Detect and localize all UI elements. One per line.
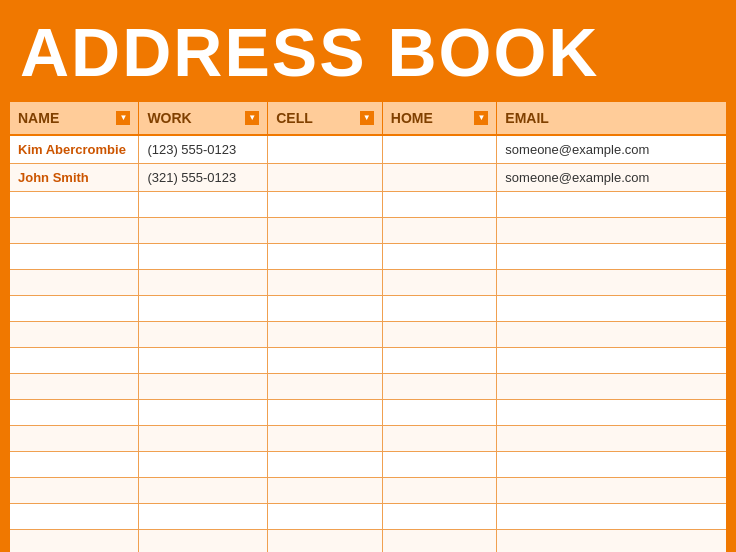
cell-home[interactable]: [382, 218, 497, 244]
cell-email[interactable]: [497, 218, 726, 244]
cell-cell[interactable]: [268, 504, 383, 530]
cell-work[interactable]: [139, 374, 268, 400]
cell-work[interactable]: [139, 322, 268, 348]
cell-email[interactable]: [497, 244, 726, 270]
cell-name[interactable]: [10, 478, 139, 504]
cell-work[interactable]: [139, 244, 268, 270]
cell-email[interactable]: [497, 400, 726, 426]
col-header-home[interactable]: HOME ▼: [382, 102, 497, 135]
cell-cell[interactable]: [268, 374, 383, 400]
table-row[interactable]: [10, 322, 726, 348]
table-row[interactable]: [10, 374, 726, 400]
cell-cell[interactable]: [268, 218, 383, 244]
cell-email[interactable]: [497, 322, 726, 348]
table-row[interactable]: [10, 400, 726, 426]
cell-work[interactable]: [139, 478, 268, 504]
table-row[interactable]: [10, 478, 726, 504]
cell-home[interactable]: [382, 374, 497, 400]
cell-name[interactable]: [10, 348, 139, 374]
cell-name[interactable]: [10, 322, 139, 348]
cell-name[interactable]: [10, 374, 139, 400]
cell-home[interactable]: [382, 322, 497, 348]
cell-cell[interactable]: [268, 452, 383, 478]
cell-work[interactable]: (321) 555-0123: [139, 164, 268, 192]
cell-work[interactable]: [139, 270, 268, 296]
cell-home[interactable]: [382, 164, 497, 192]
cell-email[interactable]: [497, 504, 726, 530]
cell-name[interactable]: [10, 504, 139, 530]
cell-home[interactable]: [382, 270, 497, 296]
cell-email[interactable]: [497, 452, 726, 478]
cell-cell[interactable]: [268, 530, 383, 553]
cell-name[interactable]: Kim Abercrombie: [10, 135, 139, 164]
cell-cell[interactable]: [268, 400, 383, 426]
cell-home[interactable]: [382, 135, 497, 164]
cell-name[interactable]: [10, 452, 139, 478]
table-row[interactable]: [10, 270, 726, 296]
cell-cell[interactable]: [268, 192, 383, 218]
table-row[interactable]: [10, 426, 726, 452]
cell-home[interactable]: [382, 348, 497, 374]
cell-name[interactable]: [10, 296, 139, 322]
cell-name[interactable]: [10, 530, 139, 553]
table-row[interactable]: [10, 218, 726, 244]
cell-work[interactable]: [139, 192, 268, 218]
cell-email[interactable]: [497, 192, 726, 218]
table-row[interactable]: John Smith(321) 555-0123someone@example.…: [10, 164, 726, 192]
cell-cell[interactable]: [268, 426, 383, 452]
cell-name[interactable]: [10, 426, 139, 452]
cell-name[interactable]: [10, 218, 139, 244]
cell-name[interactable]: John Smith: [10, 164, 139, 192]
cell-email[interactable]: [497, 530, 726, 553]
table-row[interactable]: [10, 452, 726, 478]
cell-home[interactable]: [382, 400, 497, 426]
cell-work[interactable]: [139, 400, 268, 426]
table-row[interactable]: [10, 504, 726, 530]
cell-cell[interactable]: [268, 296, 383, 322]
cell-email[interactable]: [497, 348, 726, 374]
cell-home[interactable]: [382, 478, 497, 504]
cell-work[interactable]: [139, 218, 268, 244]
cell-home[interactable]: [382, 426, 497, 452]
col-header-name[interactable]: NAME ▼: [10, 102, 139, 135]
cell-dropdown-arrow[interactable]: ▼: [360, 111, 374, 125]
cell-work[interactable]: [139, 452, 268, 478]
cell-name[interactable]: [10, 192, 139, 218]
cell-cell[interactable]: [268, 164, 383, 192]
cell-cell[interactable]: [268, 322, 383, 348]
table-row[interactable]: [10, 296, 726, 322]
cell-work[interactable]: [139, 426, 268, 452]
cell-home[interactable]: [382, 530, 497, 553]
name-dropdown-arrow[interactable]: ▼: [116, 111, 130, 125]
cell-home[interactable]: [382, 504, 497, 530]
cell-work[interactable]: [139, 348, 268, 374]
table-row[interactable]: [10, 192, 726, 218]
table-row[interactable]: [10, 348, 726, 374]
cell-cell[interactable]: [268, 244, 383, 270]
cell-work[interactable]: [139, 504, 268, 530]
cell-name[interactable]: [10, 270, 139, 296]
cell-email[interactable]: someone@example.com: [497, 135, 726, 164]
cell-home[interactable]: [382, 452, 497, 478]
col-header-cell[interactable]: CELL ▼: [268, 102, 383, 135]
cell-home[interactable]: [382, 296, 497, 322]
cell-cell[interactable]: [268, 135, 383, 164]
table-row[interactable]: Kim Abercrombie(123) 555-0123someone@exa…: [10, 135, 726, 164]
cell-work[interactable]: (123) 555-0123: [139, 135, 268, 164]
home-dropdown-arrow[interactable]: ▼: [474, 111, 488, 125]
table-row[interactable]: [10, 530, 726, 553]
cell-home[interactable]: [382, 192, 497, 218]
cell-email[interactable]: [497, 296, 726, 322]
cell-email[interactable]: [497, 374, 726, 400]
cell-email[interactable]: [497, 270, 726, 296]
work-dropdown-arrow[interactable]: ▼: [245, 111, 259, 125]
cell-cell[interactable]: [268, 348, 383, 374]
cell-email[interactable]: [497, 478, 726, 504]
cell-home[interactable]: [382, 244, 497, 270]
table-row[interactable]: [10, 244, 726, 270]
cell-cell[interactable]: [268, 478, 383, 504]
cell-email[interactable]: someone@example.com: [497, 164, 726, 192]
cell-name[interactable]: [10, 400, 139, 426]
cell-work[interactable]: [139, 296, 268, 322]
cell-name[interactable]: [10, 244, 139, 270]
